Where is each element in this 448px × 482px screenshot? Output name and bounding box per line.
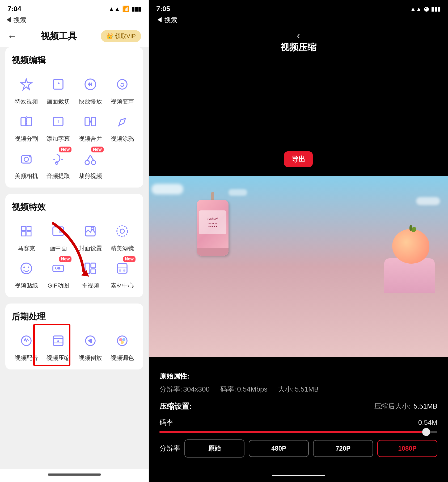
resolution-label: 分辨率 xyxy=(159,385,180,393)
vip-crown-icon: 👑 xyxy=(106,33,113,40)
right-phone: 7:05 ▲▲ ◕ ▮▮▮ ◀ 搜索 ‹ 视频压缩 导出 Gokuri PEA xyxy=(149,0,448,482)
video-bottom-bar xyxy=(149,357,448,364)
section-video-edit: 视频编辑 特效视频 画面裁切 xyxy=(5,47,143,188)
new-badge: New xyxy=(123,256,136,262)
tool-label: 素材中心 xyxy=(111,282,134,290)
resolution-section: 分辨率 原始 480P 720P 1080P xyxy=(159,439,437,458)
tool-gif[interactable]: GIF New GIF动图 xyxy=(44,258,73,290)
section-effects-title: 视频特效 xyxy=(12,201,137,213)
resolution-original-btn[interactable]: 原始 xyxy=(184,439,244,458)
tool-video-dub[interactable]: 视频配音 xyxy=(12,330,41,362)
tool-label: 精美滤镜 xyxy=(111,244,134,252)
svg-rect-40 xyxy=(91,269,96,274)
vip-button[interactable]: 👑 领取VIP xyxy=(101,30,141,42)
resolution-480p-btn[interactable]: 480P xyxy=(249,440,309,457)
compress-title: 压缩设置: xyxy=(159,401,192,412)
back-button[interactable]: ← xyxy=(7,31,17,42)
original-label: 原始属性: xyxy=(159,372,189,380)
left-search-bar[interactable]: ◀ 搜索 xyxy=(0,16,149,27)
right-back-button[interactable]: ‹ xyxy=(297,30,300,41)
battery-icon: ▮▮▮ xyxy=(132,6,141,13)
post-tool-grid: 视频配音 视频压缩 视频倒放 xyxy=(12,330,137,362)
tool-video-compress[interactable]: 视频压缩 xyxy=(44,330,73,362)
svg-rect-5 xyxy=(21,117,26,126)
properties-details: 分辨率:304x300 码率:0.54Mbps 大小:5.51MB xyxy=(159,385,437,394)
export-button[interactable]: 导出 xyxy=(284,151,313,167)
svg-point-54 xyxy=(121,341,124,344)
right-status-bar: 7:05 ▲▲ ◕ ▮▮▮ xyxy=(149,0,448,16)
tool-cover[interactable]: 封面设置 xyxy=(76,221,105,252)
voice-change-icon xyxy=(113,75,132,94)
tool-speed[interactable]: 快放慢放 xyxy=(76,74,105,106)
tool-paint[interactable]: 视频涂鸦 xyxy=(108,111,137,143)
svg-point-19 xyxy=(85,160,89,165)
right-page-title: 视频压缩 xyxy=(280,41,316,151)
left-status-icons: ▲▲ 📶 ▮▮▮ xyxy=(108,6,141,13)
left-status-bar: 7:04 ▲▲ 📶 ▮▮▮ xyxy=(0,0,149,16)
tool-label: GIF动图 xyxy=(48,282,69,290)
svg-point-33 xyxy=(21,263,32,274)
video-thumbnail: Gokuri PEACH ★★★★★ xyxy=(149,176,448,357)
size-value: 5.51MB xyxy=(295,385,319,393)
tool-label: 视频配音 xyxy=(15,354,38,362)
right-search-bar[interactable]: ◀ 搜索 xyxy=(149,16,448,27)
video-dub-icon xyxy=(17,331,36,350)
tool-filter[interactable]: 精美滤镜 xyxy=(108,221,137,252)
tool-sticker[interactable]: 视频贴纸 xyxy=(12,258,41,290)
compress-size-display: 压缩后大小: 5.51MB xyxy=(374,402,437,411)
tool-video-reverse[interactable]: 视频倒放 xyxy=(76,330,105,362)
right-home-indicator xyxy=(272,475,325,476)
svg-rect-6 xyxy=(27,117,32,126)
bitrate-slider-label: 码率 xyxy=(159,418,173,427)
tool-mosaic[interactable]: 马赛克 xyxy=(12,221,41,252)
effects-tool-grid: 马赛克 画中画 封面设置 xyxy=(12,221,137,290)
tool-label: 封面设置 xyxy=(79,244,102,252)
can-graphic: Gokuri PEACH ★★★★★ xyxy=(197,192,229,256)
slider-thumb[interactable] xyxy=(422,428,430,436)
tool-label: 美颜相机 xyxy=(15,172,38,180)
video-compress-icon xyxy=(49,331,68,350)
bitrate-slider-track[interactable] xyxy=(159,431,437,433)
tool-clip-video[interactable]: New 裁剪视频 xyxy=(76,148,105,180)
tool-label: 特效视频 xyxy=(15,98,38,106)
svg-point-32 xyxy=(120,229,124,233)
svg-rect-38 xyxy=(85,263,90,274)
tool-material[interactable]: New 素材中心 xyxy=(108,258,137,290)
svg-text:T: T xyxy=(57,119,60,124)
tool-label: 添加字幕 xyxy=(47,135,70,143)
right-battery-icon: ▮▮▮ xyxy=(431,6,441,13)
search-back-label[interactable]: ◀ 搜索 xyxy=(5,16,26,23)
svg-rect-25 xyxy=(22,232,26,236)
new-badge: New xyxy=(59,147,71,152)
left-phone: 7:04 ▲▲ 📶 ▮▮▮ ◀ 搜索 ← 视频工具 👑 领取VIP 视频编辑 xyxy=(0,0,149,482)
section-post-processing: 后期处理 视频配音 xyxy=(5,304,143,369)
tool-crop[interactable]: 画面裁切 xyxy=(44,74,73,106)
tool-collage[interactable]: 拼视频 xyxy=(76,258,105,290)
cloud-2 xyxy=(416,197,440,205)
tool-special-effects[interactable]: 特效视频 xyxy=(12,74,41,106)
tool-label: 音频提取 xyxy=(47,172,70,180)
tool-voice-change[interactable]: 视频变声 xyxy=(108,74,137,106)
right-search-label[interactable]: ◀ 搜索 xyxy=(156,16,177,23)
section-video-effects: 视频特效 马赛克 画中画 xyxy=(5,194,143,297)
tool-subtitle[interactable]: T 添加字幕 xyxy=(44,111,73,143)
right-header: ‹ 视频压缩 导出 xyxy=(149,27,448,172)
tool-merge[interactable]: 视频合并 xyxy=(76,111,105,143)
beauty-icon xyxy=(17,149,36,168)
slider-fill xyxy=(159,431,426,433)
tool-label: 视频涂鸦 xyxy=(111,135,134,143)
tool-video-color[interactable]: 视频调色 xyxy=(108,330,137,362)
resolution-720p-btn[interactable]: 720P xyxy=(313,440,373,457)
tool-split[interactable]: 视频分割 xyxy=(12,111,41,143)
left-home-indicator xyxy=(48,473,101,476)
svg-point-31 xyxy=(117,226,128,236)
resolution-value: 304x300 xyxy=(183,385,210,393)
merge-icon xyxy=(81,112,100,131)
section-post-title: 后期处理 xyxy=(12,311,137,323)
tool-pip[interactable]: 画中画 xyxy=(44,221,73,252)
tool-extract-audio[interactable]: New 音频提取 xyxy=(44,148,73,180)
bitrate-value: 0.54Mbps xyxy=(237,385,267,393)
resolution-1080p-btn[interactable]: 1080P xyxy=(377,440,437,457)
tool-beauty[interactable]: 美颜相机 xyxy=(12,148,41,180)
video-top-bar xyxy=(149,172,448,176)
